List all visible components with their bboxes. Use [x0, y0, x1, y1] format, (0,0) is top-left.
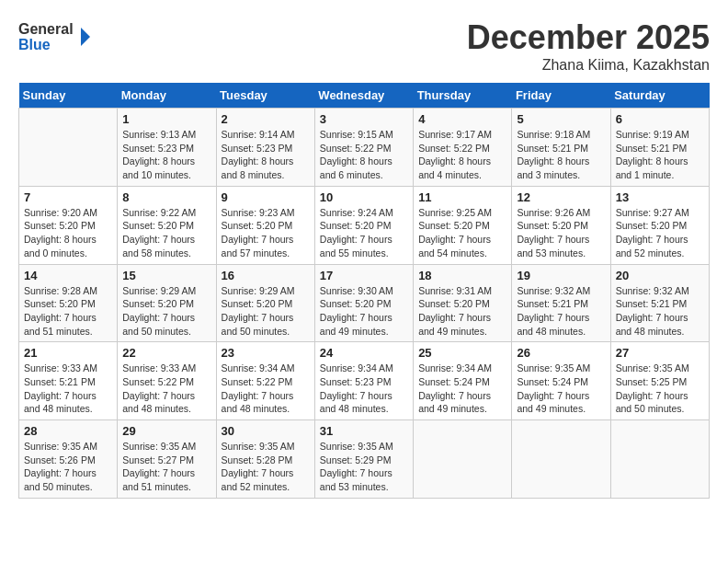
day-header-thursday: Thursday: [414, 83, 512, 109]
svg-text:Blue: Blue: [18, 37, 51, 52]
day-number: 31: [320, 424, 408, 438]
calendar-cell: 30Sunrise: 9:35 AMSunset: 5:28 PMDayligh…: [216, 420, 314, 499]
day-info: Sunrise: 9:32 AMSunset: 5:21 PMDaylight:…: [517, 284, 605, 339]
day-number: 20: [616, 269, 704, 282]
day-info: Sunrise: 9:34 AMSunset: 5:24 PMDaylight:…: [418, 362, 506, 416]
calendar-cell: 31Sunrise: 9:35 AMSunset: 5:29 PMDayligh…: [314, 420, 413, 499]
day-info: Sunrise: 9:33 AMSunset: 5:22 PMDaylight:…: [122, 362, 210, 416]
day-number: 6: [616, 112, 704, 126]
day-number: 28: [24, 424, 112, 438]
day-number: 16: [222, 269, 310, 282]
calendar-cell: 26Sunrise: 9:35 AMSunset: 5:24 PMDayligh…: [512, 342, 610, 420]
calendar-cell: 7Sunrise: 9:20 AMSunset: 5:20 PMDaylight…: [19, 186, 118, 264]
calendar-cell: 6Sunrise: 9:19 AMSunset: 5:21 PMDaylight…: [610, 109, 709, 187]
day-info: Sunrise: 9:25 AMSunset: 5:20 PMDaylight:…: [418, 206, 506, 260]
calendar-week-row: 1Sunrise: 9:13 AMSunset: 5:23 PMDaylight…: [19, 109, 710, 187]
calendar-cell: [19, 109, 118, 187]
calendar-cell: 21Sunrise: 9:33 AMSunset: 5:21 PMDayligh…: [19, 342, 118, 420]
day-info: Sunrise: 9:32 AMSunset: 5:21 PMDaylight:…: [616, 284, 704, 339]
day-info: Sunrise: 9:33 AMSunset: 5:21 PMDaylight:…: [24, 362, 112, 416]
day-number: 9: [222, 190, 310, 204]
month-title: December 2025: [467, 18, 710, 57]
day-info: Sunrise: 9:35 AMSunset: 5:26 PMDaylight:…: [24, 440, 112, 494]
day-info: Sunrise: 9:20 AMSunset: 5:20 PMDaylight:…: [24, 206, 112, 260]
calendar-cell: 19Sunrise: 9:32 AMSunset: 5:21 PMDayligh…: [512, 264, 610, 342]
calendar-cell: 11Sunrise: 9:25 AMSunset: 5:20 PMDayligh…: [414, 186, 512, 264]
day-number: 11: [418, 190, 506, 204]
calendar-cell: 14Sunrise: 9:28 AMSunset: 5:20 PMDayligh…: [19, 264, 118, 342]
calendar-cell: 1Sunrise: 9:13 AMSunset: 5:23 PMDaylight…: [118, 109, 216, 187]
calendar-cell: 9Sunrise: 9:23 AMSunset: 5:20 PMDaylight…: [216, 186, 314, 264]
calendar-cell: [512, 420, 610, 499]
calendar-week-row: 14Sunrise: 9:28 AMSunset: 5:20 PMDayligh…: [19, 264, 710, 342]
day-number: 30: [222, 424, 310, 438]
day-info: Sunrise: 9:34 AMSunset: 5:22 PMDaylight:…: [222, 362, 310, 416]
day-number: 24: [320, 346, 408, 360]
day-number: 22: [122, 346, 210, 360]
calendar-cell: 20Sunrise: 9:32 AMSunset: 5:21 PMDayligh…: [610, 264, 709, 342]
day-info: Sunrise: 9:35 AMSunset: 5:25 PMDaylight:…: [616, 362, 704, 416]
day-info: Sunrise: 9:24 AMSunset: 5:20 PMDaylight:…: [320, 206, 408, 260]
calendar-cell: 4Sunrise: 9:17 AMSunset: 5:22 PMDaylight…: [414, 109, 512, 187]
day-info: Sunrise: 9:18 AMSunset: 5:21 PMDaylight:…: [517, 128, 605, 182]
day-info: Sunrise: 9:35 AMSunset: 5:29 PMDaylight:…: [320, 440, 408, 494]
svg-text:General: General: [18, 21, 74, 37]
day-number: 23: [222, 346, 310, 360]
calendar-cell: 28Sunrise: 9:35 AMSunset: 5:26 PMDayligh…: [19, 420, 118, 499]
title-block: December 2025 Zhana Kiima, Kazakhstan: [467, 18, 710, 74]
calendar-cell: 13Sunrise: 9:27 AMSunset: 5:20 PMDayligh…: [610, 186, 709, 264]
calendar-cell: 29Sunrise: 9:35 AMSunset: 5:27 PMDayligh…: [118, 420, 216, 499]
location: Zhana Kiima, Kazakhstan: [467, 57, 710, 74]
day-number: 15: [122, 269, 210, 282]
day-info: Sunrise: 9:15 AMSunset: 5:22 PMDaylight:…: [320, 128, 408, 182]
day-header-tuesday: Tuesday: [216, 83, 314, 109]
calendar-cell: 25Sunrise: 9:34 AMSunset: 5:24 PMDayligh…: [414, 342, 512, 420]
calendar-cell: 15Sunrise: 9:29 AMSunset: 5:20 PMDayligh…: [118, 264, 216, 342]
day-number: 8: [122, 190, 210, 204]
calendar-week-row: 7Sunrise: 9:20 AMSunset: 5:20 PMDaylight…: [19, 186, 710, 264]
page-header: GeneralBlue December 2025 Zhana Kiima, K…: [18, 18, 710, 74]
calendar-cell: 18Sunrise: 9:31 AMSunset: 5:20 PMDayligh…: [414, 264, 512, 342]
day-number: 25: [418, 346, 506, 360]
calendar-cell: 10Sunrise: 9:24 AMSunset: 5:20 PMDayligh…: [314, 186, 413, 264]
day-number: 21: [24, 346, 112, 360]
day-info: Sunrise: 9:35 AMSunset: 5:28 PMDaylight:…: [222, 440, 310, 494]
day-number: 17: [320, 269, 408, 282]
day-number: 19: [517, 269, 605, 282]
calendar-cell: 2Sunrise: 9:14 AMSunset: 5:23 PMDaylight…: [216, 109, 314, 187]
day-info: Sunrise: 9:14 AMSunset: 5:23 PMDaylight:…: [222, 128, 310, 182]
day-number: 5: [517, 112, 605, 126]
day-info: Sunrise: 9:35 AMSunset: 5:24 PMDaylight:…: [517, 362, 605, 416]
calendar-cell: 8Sunrise: 9:22 AMSunset: 5:20 PMDaylight…: [118, 186, 216, 264]
logo-icon: GeneralBlue: [18, 18, 92, 55]
day-info: Sunrise: 9:35 AMSunset: 5:27 PMDaylight:…: [122, 440, 210, 494]
day-number: 2: [222, 112, 310, 126]
day-info: Sunrise: 9:29 AMSunset: 5:20 PMDaylight:…: [122, 284, 210, 339]
calendar-cell: 23Sunrise: 9:34 AMSunset: 5:22 PMDayligh…: [216, 342, 314, 420]
day-info: Sunrise: 9:17 AMSunset: 5:22 PMDaylight:…: [418, 128, 506, 182]
day-info: Sunrise: 9:13 AMSunset: 5:23 PMDaylight:…: [122, 128, 210, 182]
calendar-cell: 17Sunrise: 9:30 AMSunset: 5:20 PMDayligh…: [314, 264, 413, 342]
day-number: 12: [517, 190, 605, 204]
calendar-table: SundayMondayTuesdayWednesdayThursdayFrid…: [18, 83, 710, 499]
day-number: 26: [517, 346, 605, 360]
calendar-week-row: 28Sunrise: 9:35 AMSunset: 5:26 PMDayligh…: [19, 420, 710, 499]
calendar-cell: 24Sunrise: 9:34 AMSunset: 5:23 PMDayligh…: [314, 342, 413, 420]
calendar-cell: 22Sunrise: 9:33 AMSunset: 5:22 PMDayligh…: [118, 342, 216, 420]
day-number: 18: [418, 269, 506, 282]
calendar-cell: [610, 420, 709, 499]
day-info: Sunrise: 9:29 AMSunset: 5:20 PMDaylight:…: [222, 284, 310, 339]
day-info: Sunrise: 9:34 AMSunset: 5:23 PMDaylight:…: [320, 362, 408, 416]
day-number: 10: [320, 190, 408, 204]
day-number: 27: [616, 346, 704, 360]
day-number: 1: [122, 112, 210, 126]
day-number: 29: [122, 424, 210, 438]
day-number: 7: [24, 190, 112, 204]
day-info: Sunrise: 9:26 AMSunset: 5:20 PMDaylight:…: [517, 206, 605, 260]
calendar-cell: 16Sunrise: 9:29 AMSunset: 5:20 PMDayligh…: [216, 264, 314, 342]
day-header-sunday: Sunday: [19, 83, 118, 109]
calendar-cell: 3Sunrise: 9:15 AMSunset: 5:22 PMDaylight…: [314, 109, 413, 187]
day-info: Sunrise: 9:23 AMSunset: 5:20 PMDaylight:…: [222, 206, 310, 260]
day-header-friday: Friday: [512, 83, 610, 109]
day-header-wednesday: Wednesday: [314, 83, 413, 109]
